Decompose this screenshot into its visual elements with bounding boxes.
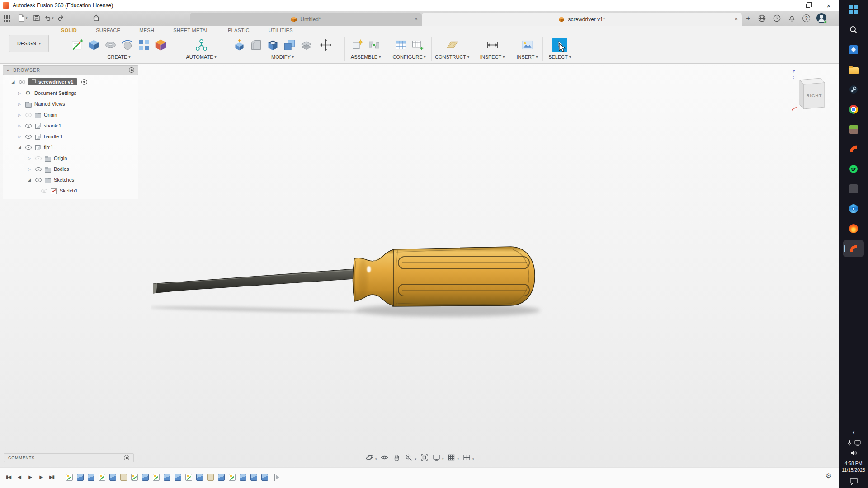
timeline-feature[interactable] bbox=[218, 474, 225, 481]
pan-icon[interactable] bbox=[392, 452, 402, 462]
visibility-eye-icon[interactable] bbox=[35, 155, 42, 161]
expander-icon[interactable] bbox=[10, 80, 16, 84]
flame-app-icon[interactable] bbox=[843, 221, 864, 237]
file-menu-caret-icon[interactable]: ▾ bbox=[26, 13, 28, 23]
expander-icon[interactable] bbox=[16, 91, 23, 95]
ribbon-tab-sheet-metal[interactable]: SHEET METAL bbox=[173, 28, 209, 33]
browser-item-tip[interactable]: tip:1 bbox=[3, 142, 138, 153]
browser-item-bodies[interactable]: Bodies bbox=[3, 164, 138, 174]
timeline-feature[interactable] bbox=[229, 474, 236, 481]
display-tray-icon[interactable] bbox=[854, 440, 861, 446]
create-form-button[interactable] bbox=[152, 37, 169, 53]
visibility-eye-icon[interactable] bbox=[25, 133, 32, 140]
inspect-menu-button[interactable]: INSPECT▾ bbox=[480, 54, 505, 60]
combine-button[interactable] bbox=[281, 37, 298, 53]
restore-button[interactable] bbox=[797, 0, 818, 11]
joint-button[interactable] bbox=[366, 37, 382, 53]
expander-icon[interactable] bbox=[26, 156, 33, 160]
display-settings-icon[interactable] bbox=[431, 452, 441, 462]
home-icon[interactable] bbox=[92, 13, 100, 23]
screwdriver-handle[interactable] bbox=[353, 247, 535, 306]
timeline-feature[interactable] bbox=[196, 474, 203, 481]
visibility-eye-icon[interactable] bbox=[25, 122, 32, 129]
user-avatar[interactable] bbox=[816, 13, 826, 23]
expander-icon[interactable] bbox=[26, 178, 33, 182]
speaker-icon[interactable] bbox=[850, 450, 858, 456]
screwdriver-shank[interactable] bbox=[153, 269, 354, 293]
close-tab-icon[interactable]: × bbox=[414, 15, 418, 23]
automate-button[interactable] bbox=[193, 37, 210, 53]
timeline-feature[interactable] bbox=[175, 474, 181, 481]
fillet-button[interactable] bbox=[248, 37, 264, 53]
create-sketch-button[interactable] bbox=[69, 37, 85, 53]
measure-button[interactable] bbox=[484, 37, 501, 53]
activate-component-radio[interactable] bbox=[81, 79, 87, 85]
minimize-button[interactable]: – bbox=[777, 0, 797, 11]
zoom-icon[interactable] bbox=[404, 452, 414, 462]
ribbon-tab-solid[interactable]: SOLID bbox=[61, 28, 77, 33]
taskbar-clock[interactable]: 4:58 PM 11/15/2023 bbox=[842, 460, 865, 474]
construct-menu-button[interactable]: CONSTRUCT▾ bbox=[435, 54, 469, 60]
redo-icon[interactable] bbox=[57, 13, 65, 23]
timeline-feature[interactable] bbox=[88, 474, 94, 481]
configuration-table-button[interactable] bbox=[392, 37, 409, 53]
chat-icon[interactable] bbox=[849, 478, 858, 485]
insert-menu-button[interactable]: INSERT▾ bbox=[516, 54, 538, 60]
ribbon-tab-surface[interactable]: SURFACE bbox=[96, 28, 120, 33]
expander-icon[interactable] bbox=[16, 124, 23, 128]
timeline-feature[interactable] bbox=[131, 474, 138, 481]
browser-item-origin[interactable]: Origin bbox=[3, 109, 138, 120]
start-button[interactable] bbox=[843, 2, 864, 18]
timeline-feature[interactable] bbox=[261, 474, 268, 481]
orbit-caret-icon[interactable]: ▾ bbox=[375, 457, 377, 461]
expander-icon[interactable] bbox=[16, 145, 23, 150]
browser-item-tip-origin[interactable]: Origin bbox=[3, 153, 138, 164]
help-icon[interactable]: ? bbox=[802, 14, 810, 22]
play-button[interactable]: ▶ bbox=[26, 473, 34, 481]
visibility-eye-icon[interactable] bbox=[35, 177, 42, 183]
timeline-feature[interactable] bbox=[142, 474, 149, 481]
microphone-tray-icon[interactable] bbox=[847, 440, 852, 446]
chrome-icon[interactable] bbox=[843, 101, 864, 117]
visibility-eye-icon[interactable] bbox=[25, 112, 32, 118]
configuration-insert-button[interactable] bbox=[409, 37, 426, 53]
spotify-icon[interactable] bbox=[843, 161, 864, 177]
timeline-feature[interactable] bbox=[240, 474, 246, 481]
expander-icon[interactable] bbox=[26, 167, 33, 171]
viewports-icon[interactable] bbox=[462, 452, 472, 462]
offset-face-button[interactable] bbox=[298, 37, 315, 53]
browser-item-handle[interactable]: handle:1 bbox=[3, 131, 138, 142]
browser-item-sketch1[interactable]: Sketch1 bbox=[3, 185, 138, 196]
construct-plane-button[interactable] bbox=[444, 37, 461, 53]
move-copy-button[interactable] bbox=[317, 37, 334, 53]
create-revolve-button[interactable] bbox=[102, 37, 119, 53]
chromium-browser-icon[interactable] bbox=[843, 201, 864, 217]
comments-panel[interactable]: COMMENTS bbox=[4, 453, 134, 462]
visibility-eye-icon[interactable] bbox=[25, 144, 32, 150]
go-to-end-button[interactable]: ▶▮ bbox=[48, 473, 56, 481]
ribbon-tab-utilities[interactable]: UTILITIES bbox=[269, 28, 293, 33]
fusion-360-active-app-icon[interactable] bbox=[843, 240, 864, 257]
automate-menu-button[interactable]: AUTOMATE▾ bbox=[186, 54, 216, 60]
browser-item-named-views[interactable]: Named Views bbox=[3, 99, 138, 109]
close-button[interactable]: × bbox=[818, 0, 839, 11]
timeline-settings-icon[interactable]: ⚙ bbox=[826, 472, 832, 480]
ribbon-tab-mesh[interactable]: MESH bbox=[139, 28, 154, 33]
tab-untitled[interactable]: Untitled* × bbox=[190, 13, 422, 26]
timeline-feature[interactable] bbox=[250, 474, 257, 481]
save-icon[interactable] bbox=[33, 13, 41, 23]
timeline-feature[interactable] bbox=[164, 474, 170, 481]
visibility-eye-icon[interactable] bbox=[35, 166, 42, 172]
hidden-icons-chevron[interactable]: ‹ bbox=[853, 428, 855, 436]
timeline-feature[interactable] bbox=[153, 474, 160, 481]
timeline-playhead-marker[interactable] bbox=[274, 474, 279, 481]
grid-settings-icon[interactable] bbox=[447, 452, 457, 462]
expander-icon[interactable] bbox=[16, 135, 23, 139]
timeline-feature[interactable] bbox=[66, 474, 73, 481]
create-pattern-button[interactable] bbox=[136, 37, 152, 53]
browser-item-shank[interactable]: shank:1 bbox=[3, 120, 138, 131]
fusion-360-app-icon[interactable] bbox=[843, 141, 864, 157]
fit-icon[interactable] bbox=[419, 452, 429, 462]
job-status-clock-icon[interactable] bbox=[773, 14, 781, 23]
look-at-icon[interactable] bbox=[380, 452, 390, 462]
